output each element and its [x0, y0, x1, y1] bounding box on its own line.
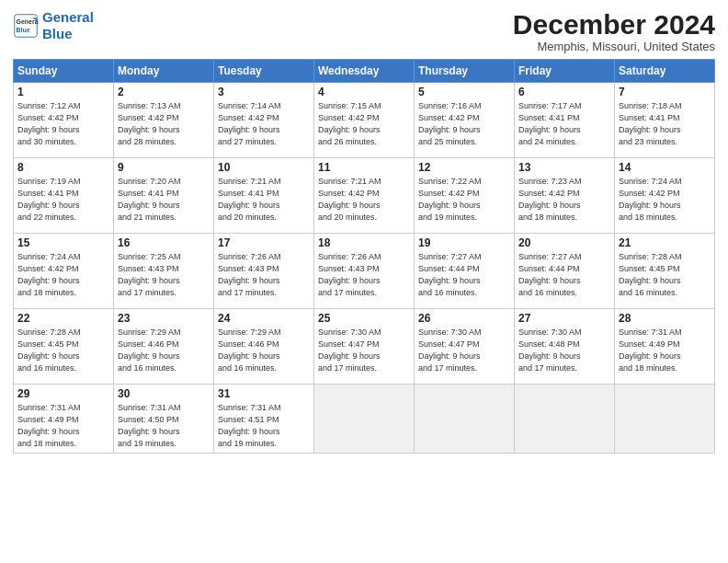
day-info: Sunrise: 7:17 AM Sunset: 4:41 PM Dayligh… — [518, 100, 610, 148]
day-number: 4 — [318, 86, 410, 98]
logo: General Blue General Blue — [13, 9, 94, 42]
day-cell-12: 12Sunrise: 7:22 AM Sunset: 4:42 PM Dayli… — [415, 158, 515, 234]
logo-general: General — [42, 9, 94, 25]
calendar-header-row: SundayMondayTuesdayWednesdayThursdayFrid… — [14, 60, 715, 83]
page-header: General Blue General Blue December 2024 … — [13, 9, 715, 53]
day-number: 14 — [619, 161, 711, 174]
calendar-page: General Blue General Blue December 2024 … — [0, 0, 728, 461]
day-number: 1 — [17, 86, 109, 98]
day-info: Sunrise: 7:27 AM Sunset: 4:44 PM Dayligh… — [518, 251, 610, 299]
day-info: Sunrise: 7:18 AM Sunset: 4:41 PM Dayligh… — [619, 100, 711, 148]
day-info: Sunrise: 7:24 AM Sunset: 4:42 PM Dayligh… — [619, 176, 711, 224]
day-number: 24 — [218, 312, 310, 325]
day-number: 7 — [619, 86, 711, 98]
day-cell-16: 16Sunrise: 7:25 AM Sunset: 4:43 PM Dayli… — [114, 234, 214, 309]
day-info: Sunrise: 7:20 AM Sunset: 4:41 PM Dayligh… — [118, 176, 210, 224]
empty-cell — [615, 385, 715, 454]
day-number: 21 — [619, 236, 711, 249]
day-cell-30: 30Sunrise: 7:31 AM Sunset: 4:50 PM Dayli… — [114, 385, 214, 454]
day-number: 29 — [17, 387, 109, 400]
day-number: 12 — [418, 161, 510, 174]
day-info: Sunrise: 7:12 AM Sunset: 4:42 PM Dayligh… — [17, 100, 109, 148]
day-number: 20 — [518, 236, 610, 249]
day-info: Sunrise: 7:31 AM Sunset: 4:51 PM Dayligh… — [218, 402, 310, 450]
month-title: December 2024 — [513, 9, 715, 40]
day-header-tuesday: Tuesday — [214, 60, 314, 83]
day-cell-31: 31Sunrise: 7:31 AM Sunset: 4:51 PM Dayli… — [214, 385, 314, 454]
day-number: 9 — [118, 161, 210, 174]
day-number: 13 — [518, 161, 610, 174]
day-cell-9: 9Sunrise: 7:20 AM Sunset: 4:41 PM Daylig… — [114, 158, 214, 234]
day-info: Sunrise: 7:13 AM Sunset: 4:42 PM Dayligh… — [118, 100, 210, 148]
day-number: 19 — [418, 236, 510, 249]
title-block: December 2024 Memphis, Missouri, United … — [513, 9, 715, 53]
day-cell-18: 18Sunrise: 7:26 AM Sunset: 4:43 PM Dayli… — [314, 234, 415, 309]
day-cell-6: 6Sunrise: 7:17 AM Sunset: 4:41 PM Daylig… — [515, 83, 615, 158]
day-info: Sunrise: 7:15 AM Sunset: 4:42 PM Dayligh… — [318, 100, 410, 148]
calendar-table: SundayMondayTuesdayWednesdayThursdayFrid… — [13, 59, 715, 454]
day-cell-19: 19Sunrise: 7:27 AM Sunset: 4:44 PM Dayli… — [415, 234, 515, 309]
day-info: Sunrise: 7:31 AM Sunset: 4:50 PM Dayligh… — [118, 402, 210, 450]
day-info: Sunrise: 7:27 AM Sunset: 4:44 PM Dayligh… — [418, 251, 510, 299]
day-number: 11 — [318, 161, 410, 174]
day-info: Sunrise: 7:14 AM Sunset: 4:42 PM Dayligh… — [218, 100, 310, 148]
day-header-monday: Monday — [114, 60, 214, 83]
day-number: 6 — [518, 86, 610, 98]
day-cell-11: 11Sunrise: 7:21 AM Sunset: 4:42 PM Dayli… — [314, 158, 415, 234]
day-cell-20: 20Sunrise: 7:27 AM Sunset: 4:44 PM Dayli… — [515, 234, 615, 309]
empty-cell — [515, 385, 615, 454]
day-info: Sunrise: 7:29 AM Sunset: 4:46 PM Dayligh… — [218, 327, 310, 374]
day-info: Sunrise: 7:31 AM Sunset: 4:49 PM Dayligh… — [17, 402, 109, 450]
day-info: Sunrise: 7:30 AM Sunset: 4:47 PM Dayligh… — [318, 327, 410, 374]
calendar-week-1: 1Sunrise: 7:12 AM Sunset: 4:42 PM Daylig… — [14, 83, 715, 158]
day-info: Sunrise: 7:31 AM Sunset: 4:49 PM Dayligh… — [619, 327, 711, 374]
day-number: 17 — [218, 236, 310, 249]
day-info: Sunrise: 7:30 AM Sunset: 4:48 PM Dayligh… — [518, 327, 610, 374]
day-info: Sunrise: 7:19 AM Sunset: 4:41 PM Dayligh… — [17, 176, 109, 224]
day-cell-25: 25Sunrise: 7:30 AM Sunset: 4:47 PM Dayli… — [314, 309, 415, 385]
day-cell-7: 7Sunrise: 7:18 AM Sunset: 4:41 PM Daylig… — [615, 83, 715, 158]
location: Memphis, Missouri, United States — [513, 40, 715, 53]
logo-icon: General Blue — [13, 13, 39, 39]
day-cell-28: 28Sunrise: 7:31 AM Sunset: 4:49 PM Dayli… — [615, 309, 715, 385]
day-cell-10: 10Sunrise: 7:21 AM Sunset: 4:41 PM Dayli… — [214, 158, 314, 234]
day-number: 15 — [17, 236, 109, 249]
calendar-week-2: 8Sunrise: 7:19 AM Sunset: 4:41 PM Daylig… — [14, 158, 715, 234]
day-number: 28 — [619, 312, 711, 325]
day-info: Sunrise: 7:16 AM Sunset: 4:42 PM Dayligh… — [418, 100, 510, 148]
day-info: Sunrise: 7:28 AM Sunset: 4:45 PM Dayligh… — [619, 251, 711, 299]
day-cell-14: 14Sunrise: 7:24 AM Sunset: 4:42 PM Dayli… — [615, 158, 715, 234]
day-header-friday: Friday — [515, 60, 615, 83]
day-cell-29: 29Sunrise: 7:31 AM Sunset: 4:49 PM Dayli… — [14, 385, 114, 454]
logo-blue: Blue — [42, 26, 73, 41]
day-header-wednesday: Wednesday — [314, 60, 415, 83]
svg-text:Blue: Blue — [17, 27, 30, 33]
day-info: Sunrise: 7:23 AM Sunset: 4:42 PM Dayligh… — [518, 176, 610, 224]
day-info: Sunrise: 7:21 AM Sunset: 4:42 PM Dayligh… — [318, 176, 410, 224]
logo-text: General Blue — [42, 9, 94, 42]
day-info: Sunrise: 7:30 AM Sunset: 4:47 PM Dayligh… — [418, 327, 510, 374]
calendar-week-3: 15Sunrise: 7:24 AM Sunset: 4:42 PM Dayli… — [14, 234, 715, 309]
day-number: 16 — [118, 236, 210, 249]
day-cell-24: 24Sunrise: 7:29 AM Sunset: 4:46 PM Dayli… — [214, 309, 314, 385]
day-number: 22 — [17, 312, 109, 325]
day-number: 10 — [218, 161, 310, 174]
day-info: Sunrise: 7:22 AM Sunset: 4:42 PM Dayligh… — [418, 176, 510, 224]
day-info: Sunrise: 7:26 AM Sunset: 4:43 PM Dayligh… — [318, 251, 410, 299]
day-info: Sunrise: 7:21 AM Sunset: 4:41 PM Dayligh… — [218, 176, 310, 224]
day-number: 31 — [218, 387, 310, 400]
empty-cell — [415, 385, 515, 454]
day-number: 3 — [218, 86, 310, 98]
day-cell-5: 5Sunrise: 7:16 AM Sunset: 4:42 PM Daylig… — [415, 83, 515, 158]
day-cell-26: 26Sunrise: 7:30 AM Sunset: 4:47 PM Dayli… — [415, 309, 515, 385]
day-cell-1: 1Sunrise: 7:12 AM Sunset: 4:42 PM Daylig… — [14, 83, 114, 158]
day-info: Sunrise: 7:25 AM Sunset: 4:43 PM Dayligh… — [118, 251, 210, 299]
day-number: 23 — [118, 312, 210, 325]
empty-cell — [314, 385, 415, 454]
day-cell-27: 27Sunrise: 7:30 AM Sunset: 4:48 PM Dayli… — [515, 309, 615, 385]
day-number: 8 — [17, 161, 109, 174]
day-number: 27 — [518, 312, 610, 325]
day-number: 25 — [318, 312, 410, 325]
day-cell-13: 13Sunrise: 7:23 AM Sunset: 4:42 PM Dayli… — [515, 158, 615, 234]
day-header-saturday: Saturday — [615, 60, 715, 83]
